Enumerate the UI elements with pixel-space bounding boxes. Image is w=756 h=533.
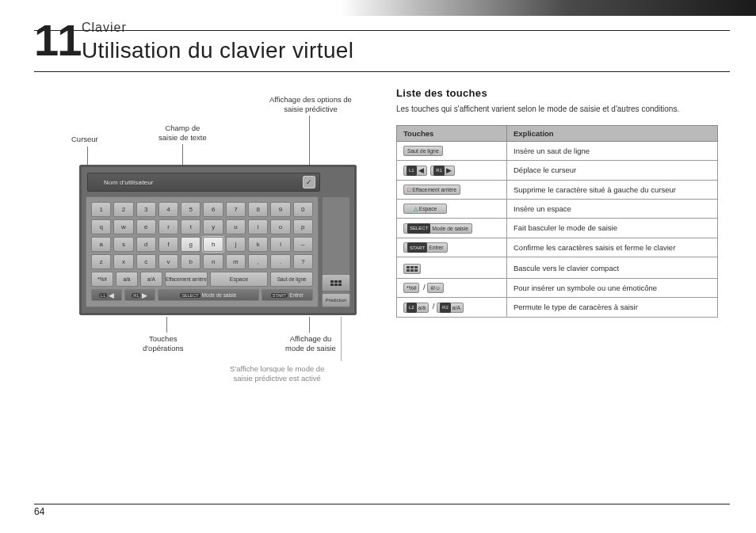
key-chip-emoji: #/☺ — [427, 283, 444, 293]
square-icon: □ — [407, 187, 410, 192]
key-q: q — [91, 219, 111, 234]
callout-cursor: Curseur — [71, 135, 98, 144]
table-row: □Effacement arrière Supprime le caractèr… — [397, 180, 718, 199]
l1-badge-icon: L1 — [407, 166, 417, 176]
row-desc: Pour insérer un symbole ou une émoticône — [507, 279, 718, 298]
section-label: Clavier — [82, 21, 127, 35]
compact-grid-button — [322, 274, 350, 291]
col-header-keys: Touches — [397, 126, 507, 142]
key-z: z — [91, 254, 111, 269]
mode-label: Mode de saisie — [432, 226, 468, 231]
key-v: v — [158, 254, 178, 269]
row-desc: Insère un saut de ligne — [507, 142, 718, 161]
enter-label: Entrer — [429, 245, 444, 250]
key-chip-backspace: □Effacement arrière — [403, 185, 460, 195]
rule-top — [34, 30, 730, 31]
l2-badge-icon: L2 — [407, 303, 417, 313]
key-e: e — [136, 219, 156, 234]
key-s: s — [113, 237, 133, 252]
callout-predictive-options: Affichage des options de saisie prédicti… — [269, 95, 352, 114]
select-badge-icon: SELECT — [407, 223, 430, 234]
key-t: t — [181, 219, 200, 234]
table-row: L2a/à / R2a/A Permute le type de caracèr… — [397, 298, 718, 318]
key-h: h — [203, 237, 223, 252]
manual-page: 11 Clavier Utilisation du clavier virtue… — [0, 0, 756, 533]
table-header-row: Touches Explication — [397, 126, 718, 142]
key-grid: 1 2 3 4 5 6 7 8 9 0 q w e r t y — [86, 196, 319, 307]
table-row: SELECTMode de saisie Fait basculer le mo… — [397, 219, 718, 238]
key-row-bottom: z x c v b n m , . ? — [91, 254, 313, 269]
case-label: a/A — [452, 305, 460, 310]
key-chip-case: R2a/A — [437, 303, 464, 313]
key-f: f — [158, 237, 178, 252]
callout-operation-keys: Touches d'opérations — [143, 334, 183, 353]
key-chip-space: △Espace — [403, 204, 447, 214]
table-row: L1◀ R1▶ Déplace le curseur — [397, 161, 718, 181]
key-dash: – — [293, 237, 313, 252]
page-number: 64 — [34, 506, 44, 517]
row-desc: Fait basculer le mode de saisie — [507, 219, 718, 238]
backspace-label: Effacement arrière — [412, 187, 456, 192]
key-chip-arrow: L1◀ — [403, 166, 427, 176]
text-input-field: Nom d'utilisateur — [87, 173, 320, 192]
left-arrow-icon: ◀ — [109, 291, 114, 299]
key-g: g — [181, 237, 200, 252]
r2-badge-icon: R2 — [440, 303, 451, 313]
key-r: r — [158, 219, 178, 234]
right-arrow-icon: ▶ — [446, 166, 452, 174]
key-b: b — [181, 254, 200, 269]
space-label: Espace — [419, 206, 437, 211]
key-comma: , — [248, 254, 268, 269]
key-w: w — [113, 219, 133, 234]
key-cursor-right: R1 ▶ — [124, 289, 155, 301]
section-title: Utilisation du clavier virtuel — [82, 38, 353, 63]
start-badge-icon: START — [407, 242, 427, 253]
key-3: 3 — [136, 202, 156, 217]
key-chip-arrow: R1▶ — [430, 166, 455, 176]
key-u: u — [226, 219, 246, 234]
key-cursor-left: L1 ◀ — [91, 289, 122, 301]
table-row: Bascule vers le clavier compact — [397, 257, 718, 279]
select-badge: SELECT — [180, 293, 200, 298]
key-d: d — [136, 237, 156, 252]
key-k: k — [248, 237, 268, 252]
decorative-top-gradient — [0, 0, 756, 16]
table-row: △Espace Insère un espace — [397, 199, 718, 219]
section-number: 11 — [34, 14, 80, 66]
field-name-label: Nom d'utilisateur — [104, 179, 154, 186]
predictive-options-button: ✓ — [303, 176, 315, 188]
key-chip-enter: STARTEntrer — [403, 242, 448, 253]
key-l: l — [270, 237, 290, 252]
row-desc: Bascule vers le clavier compact — [507, 257, 718, 279]
key-6: 6 — [203, 202, 223, 217]
key-space: Espace — [210, 272, 268, 287]
key-mode: SELECT Mode de saisie — [158, 289, 259, 301]
key-1: 1 — [91, 202, 111, 217]
keys-table: Touches Explication Saut de ligne Insère… — [396, 125, 718, 318]
key-chip-compact — [403, 264, 421, 274]
callout-line — [166, 317, 167, 333]
row-desc: Confirme les caractères saisis et ferme … — [507, 238, 718, 257]
key-8: 8 — [248, 202, 268, 217]
callout-line — [309, 317, 310, 333]
triangle-icon: △ — [414, 206, 418, 212]
key-chip-newline: Saut de ligne — [403, 146, 443, 156]
key-row-qwerty: q w e r t y u i o p — [91, 219, 313, 234]
key-chip-mode: SELECTMode de saisie — [403, 223, 472, 234]
key-0: 0 — [293, 202, 313, 217]
key-9: 9 — [270, 202, 290, 217]
callout-prediction-hint: S'affiche lorsque le mode de saisie préd… — [230, 364, 324, 383]
table-row: STARTEntrer Confirme les caractères sais… — [397, 238, 718, 257]
row-desc: Permute le type de caracères à saisir — [507, 298, 718, 318]
key-question: ? — [293, 254, 313, 269]
bottom-keys-row: L1 ◀ R1 ▶ SELECT Mode de saisie START En… — [91, 289, 313, 301]
r1-badge: R1 — [132, 293, 140, 298]
l1-badge: L1 — [99, 293, 107, 298]
keyboard-diagram: Curseur Champ de saisie de texte Afficha… — [48, 87, 380, 348]
grid-icon — [407, 266, 418, 272]
virtual-keyboard: Nom d'utilisateur ✓ 1 2 3 4 5 6 7 8 9 0 … — [79, 165, 357, 315]
left-arrow-icon: ◀ — [418, 166, 424, 174]
key-j: j — [226, 237, 246, 252]
key-y: y — [203, 219, 223, 234]
row-desc: Déplace le curseur — [507, 161, 718, 181]
